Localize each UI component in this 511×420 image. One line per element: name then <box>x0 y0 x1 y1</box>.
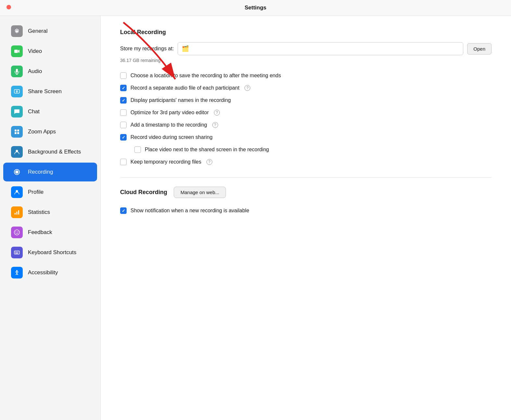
sidebar-item-general[interactable]: General <box>3 22 97 41</box>
audio-icon <box>11 66 23 77</box>
video-icon <box>11 45 23 57</box>
checkbox-optimize-3rd[interactable] <box>120 109 127 116</box>
option-label-add-timestamp: Add a timestamp to the recording <box>131 122 207 128</box>
svg-point-20 <box>18 231 18 232</box>
option-optimize-3rd: Optimize for 3rd party video editor ? <box>120 106 492 119</box>
feedback-icon <box>11 227 23 238</box>
svg-rect-8 <box>17 130 19 131</box>
svg-rect-25 <box>15 253 18 253</box>
sidebar-item-background-effects[interactable]: Background & Effects <box>3 142 97 161</box>
help-icon-add-timestamp[interactable]: ? <box>212 122 218 128</box>
help-icon-keep-temp[interactable]: ? <box>206 159 212 165</box>
sidebar-item-audio[interactable]: Audio <box>3 62 97 81</box>
sidebar-item-keyboard-shortcuts[interactable]: Keyboard Shortcuts <box>3 243 97 262</box>
accessibility-icon <box>11 267 23 278</box>
recording-label: Recording <box>28 169 53 175</box>
option-keep-temp: Keep temporary recording files ? <box>120 156 492 168</box>
storage-path-input[interactable]: 🗂️ <box>178 42 463 55</box>
checkbox-place-video[interactable] <box>134 146 141 153</box>
svg-rect-24 <box>18 252 19 253</box>
svg-rect-23 <box>16 252 17 253</box>
store-label: Store my recordings at: <box>120 46 174 52</box>
svg-rect-17 <box>18 210 19 215</box>
checkbox-keep-temp[interactable] <box>120 159 127 165</box>
traffic-lights <box>6 5 11 11</box>
cloud-recording-title: Cloud Recording <box>120 189 167 196</box>
option-record-screen-sharing: Record video during screen sharing <box>120 131 492 143</box>
sidebar-item-feedback[interactable]: Feedback <box>3 223 97 242</box>
checkbox-choose-location[interactable] <box>120 72 127 79</box>
audio-label: Audio <box>28 68 42 75</box>
svg-line-30 <box>17 273 18 275</box>
sidebar-item-accessibility[interactable]: Accessibility <box>3 263 97 282</box>
keyboard-shortcuts-icon <box>11 247 23 258</box>
chat-label: Chat <box>28 108 40 115</box>
svg-rect-16 <box>17 212 18 215</box>
remaining-storage: 36.17 GB remaining <box>120 58 492 63</box>
accessibility-label: Accessibility <box>28 269 58 276</box>
option-choose-location: Choose a location to save the recording … <box>120 69 492 82</box>
open-button[interactable]: Open <box>467 43 492 55</box>
recording-icon <box>11 166 23 178</box>
option-label-separate-audio: Record a separate audio file of each par… <box>131 85 239 91</box>
option-label-record-screen-sharing: Record video during screen sharing <box>131 134 213 140</box>
option-place-video: Place video next to the shared screen in… <box>120 143 492 156</box>
feedback-label: Feedback <box>28 229 52 236</box>
svg-marker-2 <box>18 50 19 53</box>
statistics-icon <box>11 206 23 218</box>
option-label-optimize-3rd: Optimize for 3rd party video editor <box>131 110 209 116</box>
option-label-choose-location: Choose a location to save the recording … <box>131 73 281 79</box>
general-icon <box>11 25 23 37</box>
sidebar-item-share-screen[interactable]: Share Screen <box>3 82 97 101</box>
svg-rect-10 <box>17 132 19 134</box>
svg-marker-6 <box>16 90 18 93</box>
option-show-notification: Show notification when a new recording i… <box>120 204 492 217</box>
manage-on-web-button[interactable]: Manage on web... <box>174 187 226 198</box>
sidebar-item-profile[interactable]: Profile <box>3 183 97 202</box>
main-content: Local Recording Store my recordings at: … <box>101 16 511 230</box>
help-icon-optimize-3rd[interactable]: ? <box>214 110 220 116</box>
option-display-names: Display participants' names in the recor… <box>120 94 492 106</box>
sidebar-item-video[interactable]: Video <box>3 42 97 61</box>
option-label-place-video: Place video next to the shared screen in… <box>145 147 269 153</box>
svg-point-13 <box>15 170 19 174</box>
option-label-display-names: Display participants' names in the recor… <box>131 97 231 103</box>
sidebar-item-recording[interactable]: Recording <box>3 163 97 181</box>
profile-icon <box>11 186 23 198</box>
sidebar: General Video Audio <box>0 16 101 420</box>
checkbox-display-names[interactable] <box>120 97 127 104</box>
profile-label: Profile <box>28 189 44 195</box>
keyboard-shortcuts-label: Keyboard Shortcuts <box>28 249 76 256</box>
svg-point-18 <box>14 230 19 235</box>
local-recording-title: Local Recording <box>120 29 492 36</box>
background-effects-label: Background & Effects <box>28 149 81 155</box>
svg-rect-15 <box>15 213 16 215</box>
sidebar-item-statistics[interactable]: Statistics <box>3 203 97 222</box>
store-row: Store my recordings at: 🗂️ Open <box>120 42 492 55</box>
video-label: Video <box>28 48 42 55</box>
sidebar-item-zoom-apps[interactable]: Zoom Apps <box>3 122 97 141</box>
svg-point-26 <box>16 270 18 271</box>
svg-rect-1 <box>14 50 18 53</box>
app-body: General Video Audio <box>0 16 511 420</box>
svg-rect-21 <box>14 251 19 254</box>
sidebar-item-chat[interactable]: Chat <box>3 102 97 121</box>
checkbox-separate-audio[interactable] <box>120 85 127 91</box>
zoom-apps-icon <box>11 126 23 138</box>
option-separate-audio: Record a separate audio file of each par… <box>120 82 492 94</box>
background-effects-icon <box>11 146 23 158</box>
svg-rect-22 <box>15 252 16 253</box>
help-icon-separate-audio[interactable]: ? <box>244 85 250 91</box>
statistics-label: Statistics <box>28 209 50 216</box>
share-screen-icon <box>11 86 23 97</box>
zoom-apps-label: Zoom Apps <box>28 129 56 135</box>
window-title: Settings <box>244 5 266 11</box>
checkbox-add-timestamp[interactable] <box>120 122 127 128</box>
section-divider <box>120 177 492 178</box>
checkbox-show-notification[interactable] <box>120 207 127 214</box>
svg-rect-7 <box>15 130 17 131</box>
close-button[interactable] <box>6 5 11 9</box>
cloud-recording-row: Cloud Recording Manage on web... <box>120 187 492 198</box>
checkbox-record-screen-sharing[interactable] <box>120 134 127 141</box>
svg-rect-9 <box>15 132 17 134</box>
